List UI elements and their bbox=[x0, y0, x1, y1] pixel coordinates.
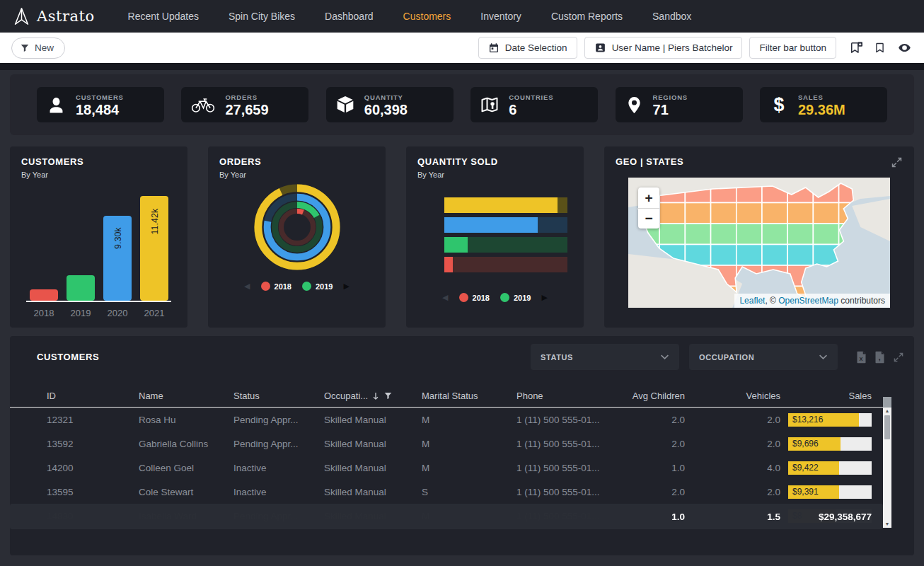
openstreetmap-link[interactable]: OpenStreetMap bbox=[778, 296, 838, 306]
table-row[interactable]: 13595Cole StewartInactiveSkilled ManualS… bbox=[10, 480, 883, 504]
column-header-name[interactable]: Name bbox=[139, 391, 233, 401]
cell-vehicles: 2.0 bbox=[685, 415, 780, 425]
orders-donut-chart[interactable] bbox=[219, 182, 374, 272]
bar-2018[interactable] bbox=[30, 289, 58, 301]
cell-vehicles: 4.0 bbox=[685, 463, 780, 473]
hbar-2019[interactable] bbox=[444, 237, 567, 253]
filter-bar-button[interactable]: Filter bar button bbox=[749, 37, 836, 59]
sort-down-icon[interactable] bbox=[372, 392, 379, 400]
scrollbar-top-segment[interactable] bbox=[883, 397, 891, 408]
column-header-vehicles[interactable]: Vehicles bbox=[685, 391, 780, 401]
column-header-phone[interactable]: Phone bbox=[516, 391, 608, 401]
nav-item-dashboard[interactable]: Dashboard bbox=[310, 0, 388, 33]
occupation-filter-dropdown[interactable]: OCCUPATION bbox=[689, 344, 838, 370]
chevron-down-icon bbox=[819, 354, 828, 360]
legend-item-2019[interactable]: 2019 bbox=[302, 282, 333, 291]
hbar-2018[interactable] bbox=[444, 257, 567, 272]
column-header-occupati[interactable]: Occupati... bbox=[324, 391, 422, 401]
scroll-up-arrow-icon[interactable]: ▲ bbox=[885, 408, 890, 415]
cell-marital: M bbox=[422, 439, 516, 449]
customers-chart-card: CUSTOMERS By Year 9.30k11.42k20182019202… bbox=[10, 146, 187, 328]
export-csv-icon[interactable]: , bbox=[874, 351, 885, 364]
table-row[interactable]: 14200Colleen GoelInactiveSkilled ManualM… bbox=[10, 456, 883, 480]
column-header-maritalstatus[interactable]: Marital Status bbox=[422, 391, 516, 401]
quantity-hbar-chart[interactable] bbox=[444, 197, 567, 272]
table-footer-stack: 14830Isabella WardPending Appr...Skilled… bbox=[10, 504, 883, 529]
user-name-button[interactable]: User Name | Piers Batchelor bbox=[584, 37, 743, 59]
nav-item-custom-reports[interactable]: Custom Reports bbox=[536, 0, 637, 33]
column-header-status[interactable]: Status bbox=[233, 391, 324, 401]
cell-name: Rosa Hu bbox=[139, 415, 233, 425]
eye-icon[interactable] bbox=[896, 41, 913, 54]
cell-occupation: Skilled Manual bbox=[324, 487, 422, 497]
expand-icon[interactable] bbox=[891, 156, 903, 168]
box-icon bbox=[335, 95, 355, 115]
column-header-id[interactable]: ID bbox=[47, 391, 139, 401]
legend-item-2019[interactable]: 2019 bbox=[500, 293, 531, 302]
legend-next-icon[interactable]: ▶ bbox=[541, 294, 547, 301]
nav-item-customers[interactable]: Customers bbox=[388, 0, 466, 33]
column-header-label: Marital Status bbox=[422, 391, 478, 401]
cell-name: Cole Stewart bbox=[139, 487, 233, 497]
kpi-label: ORDERS bbox=[225, 93, 268, 101]
totals-avg-children: 1.0 bbox=[608, 512, 685, 522]
leaflet-link[interactable]: Leaflet bbox=[739, 296, 765, 306]
cell-sales: $9,422 bbox=[780, 461, 872, 475]
nav-item-recent-updates[interactable]: Recent Updates bbox=[113, 0, 214, 33]
scroll-down-arrow-icon[interactable]: ▼ bbox=[885, 521, 890, 528]
legend-next-icon[interactable]: ▶ bbox=[343, 282, 349, 290]
legend-prev-icon[interactable]: ◀ bbox=[442, 294, 448, 301]
sales-value: $9,422 bbox=[792, 461, 819, 475]
column-header-sales[interactable]: Sales bbox=[780, 391, 872, 401]
scrollbar-thumb[interactable] bbox=[884, 415, 890, 439]
new-filter-button[interactable]: New bbox=[11, 37, 65, 59]
legend-item-2018[interactable]: 2018 bbox=[459, 293, 490, 302]
table-totals-row: 1.01.5$29,358,677 bbox=[10, 504, 883, 529]
customers-bar-chart[interactable]: 9.30k11.42k2018201920202021 bbox=[21, 179, 176, 325]
svg-text:X: X bbox=[860, 355, 863, 362]
nav-item-inventory[interactable]: Inventory bbox=[466, 0, 536, 33]
cell-vehicles: 2.0 bbox=[685, 487, 780, 497]
cell-avg_children: 2.0 bbox=[608, 439, 685, 449]
funnel-icon bbox=[20, 43, 30, 53]
leaflet-map[interactable]: + − Leaflet, © OpenStreetMap contributor… bbox=[628, 178, 890, 308]
column-header-label: ID bbox=[47, 391, 56, 401]
cell-phone: 1 (11) 500 555-01... bbox=[516, 439, 608, 449]
legend-label: 2019 bbox=[514, 294, 531, 302]
table-row[interactable]: 12321Rosa HuPending Appr...Skilled Manua… bbox=[10, 408, 883, 432]
expand-icon[interactable] bbox=[893, 352, 904, 363]
nav-item-spin-city-bikes[interactable]: Spin City Bikes bbox=[214, 0, 310, 33]
nav-item-sandbox[interactable]: Sandbox bbox=[637, 0, 706, 33]
us-states-choropleth[interactable] bbox=[628, 178, 890, 308]
kpi-label: CUSTOMERS bbox=[76, 93, 124, 101]
chart-title: ORDERS bbox=[219, 156, 374, 167]
kpi-tile-orders: ORDERS27,659 bbox=[181, 87, 308, 122]
cell-status: Pending Appr... bbox=[233, 439, 324, 449]
cell-phone: 1 (11) 500 555-01... bbox=[516, 487, 608, 497]
cell-vehicles: 2.0 bbox=[685, 439, 780, 449]
export-excel-icon[interactable]: X bbox=[856, 351, 867, 364]
column-header-avgchildren[interactable]: Avg Children bbox=[608, 391, 685, 401]
bar-2019[interactable] bbox=[67, 275, 95, 301]
hbar-2021[interactable] bbox=[444, 197, 567, 213]
hbar-2020[interactable] bbox=[444, 217, 567, 233]
table-scrollbar[interactable]: ▲ ▼ bbox=[883, 397, 891, 528]
column-header-label: Sales bbox=[848, 391, 872, 401]
legend-prev-icon[interactable]: ◀ bbox=[244, 282, 250, 290]
legend-dot bbox=[302, 282, 311, 291]
date-selection-button[interactable]: Date Selection bbox=[478, 37, 577, 59]
sales-bar: $13,216 bbox=[788, 413, 872, 427]
filter-funnel-icon[interactable] bbox=[383, 391, 393, 400]
status-filter-dropdown[interactable]: STATUS bbox=[531, 344, 679, 370]
zoom-out-button[interactable]: − bbox=[638, 209, 659, 229]
zoom-in-button[interactable]: + bbox=[638, 187, 659, 208]
kpi-value: 29.36M bbox=[798, 103, 845, 117]
bookmark-icon[interactable] bbox=[874, 40, 886, 55]
bookmark-add-icon[interactable] bbox=[849, 40, 863, 55]
quantity-chart-legend: ◀20182019▶ bbox=[417, 293, 572, 302]
kpi-band: CUSTOMERS18,484ORDERS27,659QUANTITY60,39… bbox=[10, 74, 914, 135]
table-row[interactable]: 13592Gabriella CollinsPending Appr...Ski… bbox=[10, 432, 883, 456]
legend-item-2018[interactable]: 2018 bbox=[261, 282, 291, 291]
attribution-separator: , © bbox=[765, 296, 778, 306]
kpi-tile-quantity: QUANTITY60,398 bbox=[326, 87, 454, 122]
